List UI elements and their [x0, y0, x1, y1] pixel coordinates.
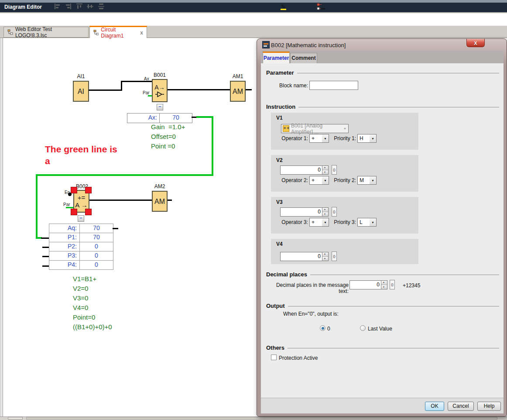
left-panel-splitter[interactable]: [0, 38, 3, 417]
pin-label-par: Par: [143, 90, 150, 95]
block-am2[interactable]: AM: [152, 191, 168, 212]
wire-segment[interactable]: [168, 89, 230, 90]
scrollbar-corner-button[interactable]: [8, 417, 23, 420]
decimal-places-label: Decimal places in the message text:: [265, 282, 349, 294]
wire-stub[interactable]: [42, 247, 49, 248]
row-label: P3:: [49, 251, 80, 260]
green-wire-segment[interactable]: [36, 174, 213, 176]
green-wire-segment[interactable]: [196, 116, 213, 118]
collapse-parameter-button[interactable]: [157, 104, 163, 110]
group-v2-title: V2: [276, 157, 283, 163]
align-middle-button[interactable]: [85, 1, 95, 11]
v4-reference-button[interactable]: [332, 251, 337, 261]
spin-up-icon[interactable]: [322, 166, 328, 170]
b002-parameter-table[interactable]: Aq: 70 P1: 70 P2: 0 P3: 0 P4: 0: [49, 224, 113, 270]
spin-down-icon[interactable]: [381, 285, 387, 289]
protection-active-checkbox[interactable]: [271, 355, 277, 360]
block-reference-icon: [283, 125, 289, 132]
protection-active-label: Protection Active: [279, 355, 318, 361]
param-label: Ax:: [127, 114, 160, 123]
comment-marker-button[interactable]: [278, 1, 288, 11]
dialog-close-button[interactable]: [466, 39, 485, 47]
wire-stub[interactable]: [113, 228, 118, 229]
align-top-button[interactable]: [74, 1, 84, 11]
table-row: P1: 70: [49, 233, 113, 242]
collapse-parameter-button[interactable]: [78, 215, 84, 222]
param-value: 70: [160, 114, 192, 123]
help-button[interactable]: Help: [477, 402, 501, 411]
tab-circuit-diagram1[interactable]: Circuit Diagram1: [89, 26, 147, 38]
section-heading-output: Output: [266, 303, 499, 309]
v3-value-spinner[interactable]: 0: [280, 207, 329, 217]
sim-icon: SIM: [317, 3, 325, 10]
wire-stub[interactable]: [41, 238, 49, 239]
table-row: P2: 0: [49, 242, 113, 251]
align-right-button[interactable]: [63, 1, 73, 11]
align-left-button[interactable]: [52, 1, 62, 11]
cancel-button[interactable]: Cancel: [448, 402, 474, 411]
output-prompt: When En="0", output is:: [283, 311, 339, 317]
pin-label-ax: Ax: [144, 76, 149, 81]
green-wire-segment[interactable]: [36, 174, 38, 238]
block-ai1[interactable]: AI: [73, 81, 89, 102]
wire-stub[interactable]: [42, 256, 49, 257]
en-pin-dot: [68, 193, 72, 196]
spin-up-icon[interactable]: [322, 252, 328, 257]
spin-down-icon[interactable]: [322, 257, 328, 261]
v2-value-spinner[interactable]: 0: [280, 165, 329, 175]
wire-segment[interactable]: [89, 90, 122, 91]
window-title: Diagram Editor: [4, 4, 42, 10]
spin-up-icon[interactable]: [322, 208, 328, 212]
selection-handle[interactable]: [71, 209, 77, 215]
align-right-icon: [65, 3, 72, 9]
block-label-am2: AM2: [152, 183, 168, 189]
block-name-input[interactable]: [309, 81, 358, 90]
selection-handle[interactable]: [85, 209, 92, 215]
v4-value-spinner[interactable]: 0: [280, 252, 329, 261]
wire-stub[interactable]: [42, 265, 49, 267]
spin-down-icon[interactable]: [322, 170, 328, 174]
v3-reference-button[interactable]: [332, 207, 337, 217]
radio-output-zero[interactable]: [320, 325, 325, 331]
block-b001[interactable]: A→: [152, 79, 168, 102]
b001-note-point: Point =0: [151, 142, 175, 150]
tab-label: Web Editor Test LOGO!8.3.lsc: [15, 26, 85, 38]
wire-segment[interactable]: [121, 81, 122, 91]
v2-reference-button[interactable]: [332, 165, 337, 175]
block-am1[interactable]: AM: [230, 81, 246, 102]
annotation-text-line2: a: [45, 156, 50, 166]
chevron-down-icon: [370, 134, 376, 142]
tab-parameter[interactable]: Parameter: [263, 52, 290, 63]
spin-up-icon[interactable]: [381, 281, 387, 285]
priority1-dropdown[interactable]: H: [357, 134, 377, 143]
wire-segment[interactable]: [89, 200, 152, 201]
selection-handle[interactable]: [71, 187, 77, 193]
horizontal-scrollbar-thumb[interactable]: [26, 417, 497, 420]
ok-button[interactable]: OK: [425, 402, 444, 411]
priority3-dropdown[interactable]: L: [357, 218, 377, 227]
dialog-title: B002 [Mathematic instruction]: [271, 42, 346, 48]
selection-handle[interactable]: [85, 187, 92, 193]
simulation-sim-button[interactable]: SIM: [316, 1, 326, 11]
tab-comment[interactable]: Comment: [290, 53, 317, 63]
group-v4-title: V4: [276, 241, 283, 247]
b001-parameter-box[interactable]: Ax: 70: [127, 113, 192, 123]
tab-web-editor-test[interactable]: Web Editor Test LOGO!8.3.lsc: [3, 27, 89, 38]
radio-output-last-value[interactable]: [360, 325, 366, 331]
v1-reference-dropdown[interactable]: B001 [Analog Amplifier] ...: [281, 124, 349, 133]
spin-down-icon[interactable]: [322, 212, 328, 216]
b002-note-v1: V1=B1+: [73, 275, 96, 282]
decimal-reference-button[interactable]: [390, 280, 395, 289]
block-name-label: Block name:: [262, 83, 308, 89]
priority2-dropdown[interactable]: M: [357, 176, 377, 185]
green-wire-segment[interactable]: [212, 116, 213, 176]
row-value: 0: [80, 261, 113, 269]
decimal-places-spinner[interactable]: 0: [349, 280, 387, 289]
wire-segment[interactable]: [246, 89, 252, 90]
block-label-am1: AM1: [230, 73, 246, 79]
wire-segment[interactable]: [168, 200, 172, 201]
tab-close-icon[interactable]: [140, 30, 143, 36]
radio-output-last-value-label: Last Value: [368, 326, 392, 332]
distribute-button[interactable]: [96, 1, 106, 11]
row-label: P2:: [49, 242, 80, 251]
